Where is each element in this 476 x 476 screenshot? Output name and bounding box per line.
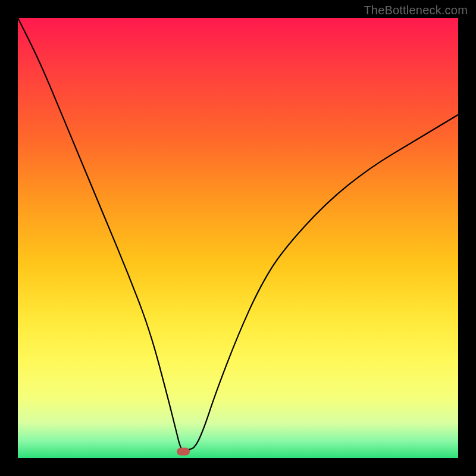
optimum-marker <box>177 447 190 455</box>
bottleneck-curve <box>18 18 458 449</box>
plot-area <box>18 18 458 458</box>
chart-stage: TheBottleneck.com <box>0 0 476 476</box>
curve-svg <box>18 18 458 458</box>
watermark-text: TheBottleneck.com <box>364 4 468 17</box>
